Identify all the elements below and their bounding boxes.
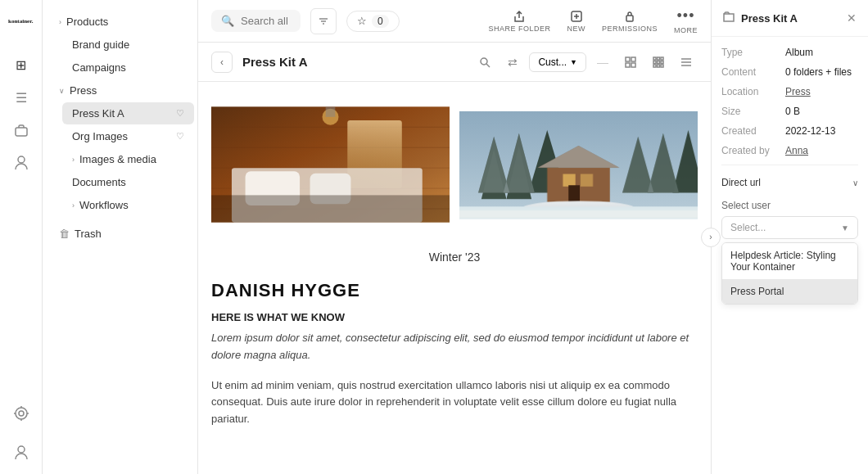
sidebar-item-trash[interactable]: 🗑 Trash (49, 223, 191, 245)
svg-rect-24 (658, 57, 660, 60)
svg-point-3 (16, 408, 27, 419)
divider-btn[interactable]: — (591, 51, 614, 74)
dropdown-option-helpdesk[interactable]: Helpdesk Article: Styling Your Kontainer (722, 243, 857, 279)
sidebar-item-images-media[interactable]: › Images & media (62, 148, 194, 170)
more-button[interactable]: ••• MORE (674, 7, 698, 34)
svg-rect-64 (563, 174, 575, 186)
swap-button[interactable]: ⇄ (501, 51, 524, 74)
right-panel: Press Kit A ✕ Type Album Content 0 folde… (711, 0, 868, 474)
search-input[interactable] (241, 15, 291, 27)
trash-icon: 🗑 (59, 228, 70, 240)
back-button[interactable]: ‹ (211, 52, 233, 73)
panel-body: Type Album Content 0 folders + files Loc… (712, 37, 868, 474)
back-icon: ‹ (220, 56, 224, 68)
grid-icon[interactable]: ⊞ (7, 50, 36, 79)
grid-view-button[interactable] (619, 51, 642, 74)
panel-close-button[interactable]: ✕ (847, 11, 857, 25)
svg-rect-69 (459, 210, 698, 218)
permissions-button[interactable]: PERMISSIONS (602, 10, 658, 33)
dropdown-options: Helpdesk Article: Styling Your Kontainer… (721, 242, 858, 305)
sidebar-item-label: Press Kit A (72, 107, 124, 120)
svg-rect-26 (653, 61, 656, 63)
search-icon: 🔍 (221, 15, 234, 27)
sidebar-item-label: Campaigns (72, 61, 126, 74)
new-button[interactable]: NEW (567, 10, 585, 33)
sidebar-item-label: Press (70, 84, 97, 97)
article-body-1: Lorem ipsum dolor sit amet, consectetur … (211, 330, 698, 364)
svg-rect-1 (16, 128, 27, 136)
content-area: Winter '23 DANISH HYGGE HERE IS WHAT WE … (198, 82, 711, 474)
svg-rect-25 (661, 57, 663, 60)
favorites-button[interactable]: ☆ 0 (346, 11, 400, 32)
svg-rect-16 (626, 16, 633, 21)
meta-content-value: 0 folders + files (785, 66, 852, 78)
svg-line-18 (486, 64, 490, 67)
dropdown-arrow-icon: ▼ (841, 223, 849, 232)
list-icon[interactable]: ☰ (7, 83, 36, 112)
article-body-2: Ut enim ad minim veniam, quis nostrud ex… (211, 377, 698, 428)
chevron-right-workflows-icon: › (72, 201, 75, 210)
meta-created-by-link[interactable]: Anna (785, 145, 808, 156)
content-search-button[interactable] (473, 51, 496, 74)
svg-rect-65 (581, 174, 593, 186)
target-icon[interactable] (7, 399, 36, 428)
meta-location-label: Location (721, 86, 779, 97)
svg-text:kontainer.: kontainer. (8, 18, 34, 25)
sidebar-item-label: Documents (72, 176, 126, 188)
svg-point-9 (18, 446, 25, 453)
sidebar-item-campaigns[interactable]: Campaigns (62, 56, 194, 79)
svg-rect-30 (658, 65, 660, 67)
svg-rect-19 (626, 57, 630, 61)
list-view-button[interactable] (675, 51, 698, 74)
heart-icon: ♡ (176, 108, 184, 119)
direct-url-row[interactable]: Direct url ∨ (721, 174, 858, 192)
search-box[interactable]: 🔍 (211, 10, 301, 32)
page-title: Press Kit A (242, 55, 307, 69)
sort-arrow-icon: ▼ (570, 58, 577, 66)
sidebar-item-documents[interactable]: Documents (62, 171, 194, 193)
chevron-right-media-icon: › (72, 156, 75, 164)
icon-rail: kontainer. ⊞ ☰ (0, 0, 43, 474)
sidebar-item-products[interactable]: › Products (49, 11, 191, 33)
person-bottom-icon[interactable] (7, 438, 36, 467)
divider (721, 165, 858, 165)
dropdown-option-press-portal[interactable]: Press Portal (722, 279, 857, 304)
panel-toggle-button[interactable]: › (701, 228, 721, 247)
meta-type-label: Type (721, 47, 779, 58)
sidebar-item-org-images[interactable]: Org Images ♡ (62, 125, 194, 147)
meta-created-by: Created by Anna (721, 145, 858, 156)
meta-location-link[interactable]: Press (785, 86, 811, 97)
permissions-label: PERMISSIONS (602, 25, 658, 33)
sidebar-item-workflows[interactable]: › Workflows (62, 194, 194, 216)
content-header: ‹ Press Kit A ⇄ Cust... ▼ — (198, 43, 711, 82)
meta-content-label: Content (721, 66, 779, 78)
briefcase-icon[interactable] (7, 115, 36, 145)
sort-label: Cust... (538, 56, 567, 68)
sidebar-item-label: Workflows (79, 199, 129, 211)
gallery-caption: Winter '23 (211, 251, 698, 264)
sidebar-item-press[interactable]: ∨ Press (49, 79, 191, 102)
meta-size: Size 0 B (721, 106, 858, 117)
medium-grid-button[interactable] (647, 51, 670, 74)
article-subtitle: HERE IS WHAT WE KNOW (211, 311, 698, 323)
more-icon: ••• (677, 7, 695, 25)
meta-content: Content 0 folders + files (721, 66, 858, 78)
select-user-dropdown[interactable]: Select... ▼ (721, 216, 858, 239)
svg-rect-22 (631, 63, 635, 67)
svg-rect-66 (568, 185, 580, 202)
meta-location: Location Press (721, 86, 858, 97)
sort-button[interactable]: Cust... ▼ (529, 52, 586, 72)
sidebar-item-label: Products (66, 16, 108, 28)
favorites-count: 0 (372, 15, 389, 28)
select-placeholder: Select... (730, 222, 766, 233)
chevron-right-icon: › (59, 18, 61, 26)
share-folder-button[interactable]: SHARE FOLDER (488, 10, 550, 33)
new-label: NEW (567, 25, 585, 33)
svg-rect-20 (631, 57, 635, 61)
filter-button[interactable] (310, 8, 337, 34)
sidebar-item-press-kit-a[interactable]: Press Kit A ♡ (62, 102, 194, 124)
gallery-image-cold (459, 95, 698, 234)
user-icon[interactable] (7, 148, 36, 178)
sidebar-item-brand-guide[interactable]: Brand guide (62, 34, 194, 56)
image-gallery (211, 95, 698, 234)
